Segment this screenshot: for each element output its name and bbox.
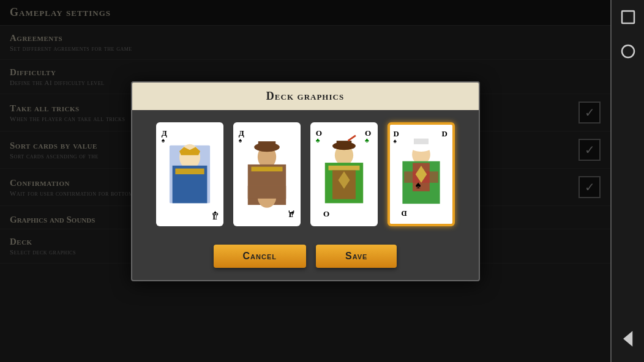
card-option-3[interactable]: О ♣ О ♣ [310, 122, 378, 226]
svg-marker-52 [624, 333, 632, 345]
svg-rect-15 [251, 166, 282, 171]
modal-header: Deck graphics [132, 83, 479, 110]
svg-rect-19 [247, 185, 285, 198]
svg-text:О: О [315, 128, 321, 137]
svg-text:Д: Д [161, 128, 167, 137]
cancel-button[interactable]: Cancel [214, 245, 306, 268]
card-option-2[interactable]: Д ♠ ♠ Д [233, 122, 301, 226]
svg-text:♠: ♠ [415, 179, 421, 191]
svg-text:♠: ♠ [238, 137, 242, 144]
svg-text:О: О [365, 128, 371, 137]
deck-graphics-modal: Deck graphics Д ♠ [131, 81, 480, 281]
svg-point-51 [622, 45, 634, 57]
modal-overlay: Deck graphics Д ♠ [0, 0, 610, 362]
svg-text:♠: ♠ [213, 209, 217, 216]
svg-rect-6 [175, 168, 204, 174]
svg-text:Д: Д [288, 210, 294, 220]
card-option-1[interactable]: Д ♠ Д ♠ [156, 122, 223, 226]
svg-text:D: D [441, 128, 447, 138]
svg-rect-43 [413, 138, 428, 144]
svg-text:Д: Д [238, 128, 244, 137]
svg-text:D: D [393, 128, 399, 138]
svg-rect-50 [622, 11, 634, 23]
main-content: Gameplay settings Agreements Set differe… [0, 0, 610, 362]
svg-rect-32 [328, 165, 359, 170]
svg-text:♠: ♠ [393, 138, 397, 144]
modal-buttons: Cancel Save [132, 238, 479, 280]
back-nav-icon[interactable] [617, 328, 639, 350]
right-nav [610, 0, 644, 362]
circle-nav-icon[interactable] [617, 40, 639, 62]
modal-title: Deck graphics [266, 90, 344, 102]
svg-text:О: О [323, 210, 329, 219]
card-option-4[interactable]: D ♠ D [388, 122, 455, 226]
svg-rect-29 [336, 141, 351, 147]
modal-body: Д ♠ Д ♠ [132, 110, 479, 238]
svg-text:♣: ♣ [365, 137, 369, 144]
svg-rect-17 [258, 141, 275, 149]
svg-text:D: D [401, 209, 406, 218]
svg-text:♠: ♠ [161, 137, 165, 144]
square-nav-icon[interactable] [617, 6, 639, 28]
svg-text:♣: ♣ [315, 137, 320, 144]
save-button[interactable]: Save [316, 245, 397, 268]
